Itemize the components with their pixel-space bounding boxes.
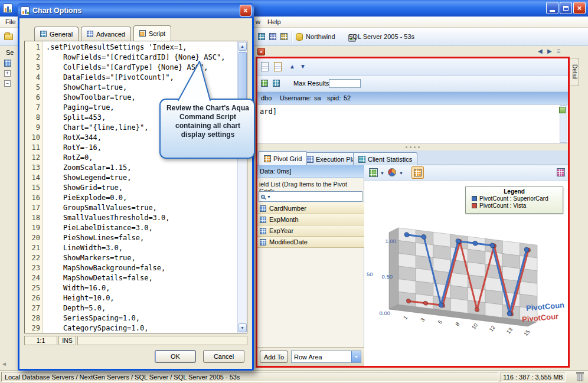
table-data-icon[interactable]: [280, 33, 288, 40]
callout-text: Review the Chart's Aqua Command Script c…: [164, 104, 251, 139]
code-line: MapShowDetails=false,: [46, 273, 237, 283]
open-file-icon[interactable]: [4, 34, 13, 40]
scroll-up-icon[interactable]: ▲: [239, 42, 247, 51]
callout-bubble: Review the Chart's Aqua Command Script c…: [158, 58, 257, 162]
chart-type-dropdown-icon[interactable]: ▼: [399, 171, 403, 175]
nav-back-icon[interactable]: ◀: [538, 48, 543, 54]
tab-general[interactable]: General: [34, 27, 79, 41]
form-view-icon[interactable]: [269, 33, 276, 40]
add-to-button[interactable]: Add To: [260, 351, 288, 363]
describe-icon[interactable]: [261, 62, 269, 71]
username-label: Username:: [280, 94, 312, 102]
query-toolbar-row2: Max Results:: [257, 76, 568, 92]
panel-collapse-arrow-icon[interactable]: ◄: [1, 361, 7, 367]
minimize-button[interactable]: [546, 2, 558, 14]
max-results-label: Max Results:: [293, 80, 331, 87]
menu-help[interactable]: Help: [267, 18, 281, 25]
pivot-chart-icon: [414, 169, 422, 176]
toolbar-separator: [292, 31, 292, 42]
pivot-grid-icon: [264, 155, 271, 162]
tab-advanced[interactable]: Advanced: [81, 27, 131, 41]
pivot-chart-panel: ▼ ▼ 13581: [364, 165, 568, 366]
search-icon: [261, 195, 265, 199]
tab-list-icon[interactable]: ≡: [557, 47, 560, 54]
sql-text-fragment: ard]: [260, 107, 277, 116]
legend-item: PivotCount : SuperiorCard: [466, 195, 563, 202]
field-search-box[interactable]: ▼: [259, 191, 362, 202]
result-tab-strip: Pivot Grid Execution Plan Client Statist…: [257, 150, 568, 165]
sort-descending-icon[interactable]: ▼: [300, 63, 306, 70]
field-item[interactable]: CardNumber: [257, 203, 364, 214]
y-axis-label: 0.00: [380, 310, 391, 316]
menu-file[interactable]: File: [5, 18, 16, 25]
dialog-close-button[interactable]: ×: [240, 5, 251, 17]
query-tab-close-icon[interactable]: ×: [257, 48, 265, 55]
field-panel-footer: Add To Row Area ▼: [257, 347, 364, 366]
x-axis-label: 8: [454, 321, 460, 327]
statusbar: Local Database Servers / NextGen Servers…: [0, 370, 588, 383]
field-icon: [260, 228, 266, 234]
dropdown-arrow-icon[interactable]: ▼: [351, 351, 361, 362]
query-toolbar-row1: ▲ ▼: [257, 58, 568, 76]
y-axis-label: 1.00: [386, 238, 397, 244]
tab-pivot-grid[interactable]: Pivot Grid: [259, 151, 307, 165]
chart-dialog-icon: [21, 6, 30, 15]
scroll-down-icon[interactable]: ▼: [239, 323, 247, 332]
area-selector[interactable]: Row Area ▼: [291, 351, 361, 363]
code-line: GroupSmallValues=true,: [46, 203, 237, 213]
code-line: .setPivotResultSettings 'Index=1,: [46, 42, 237, 53]
restore-button[interactable]: [560, 2, 572, 14]
edit-results-icon[interactable]: [274, 62, 282, 71]
code-line: Height=10.0,: [46, 293, 237, 303]
pane-splitter[interactable]: [257, 144, 568, 150]
detail-side-tab[interactable]: Detail: [570, 58, 579, 86]
insert-mode: INS: [58, 336, 76, 345]
trash-icon[interactable]: [577, 374, 583, 381]
code-line: PieShowLines=false,: [46, 233, 237, 243]
max-results-input[interactable]: [329, 79, 361, 88]
grid-results-icon[interactable]: [261, 80, 268, 87]
y-axis-label-partial: 50: [367, 271, 373, 277]
pivot-results-icon[interactable]: [273, 80, 280, 87]
field-item[interactable]: ExpMonth: [257, 214, 364, 225]
editor-split-button[interactable]: [559, 107, 566, 113]
code-line: Depth=5.0,: [46, 303, 237, 313]
cancel-button[interactable]: Cancel: [203, 350, 244, 363]
data-status-bar: Data: 0ms]: [257, 165, 364, 178]
code-line: ShowGrid=true,: [46, 183, 237, 193]
query-window: ▲ ▼ Max Results: dbo Username: sa spid: …: [256, 57, 570, 368]
statusbar-stats: 116 : 387 : 3,555 MB: [501, 372, 566, 382]
sort-ascending-icon[interactable]: ▲: [289, 63, 295, 70]
x-axis-label: 12: [488, 325, 496, 333]
export-chart-icon[interactable]: [557, 168, 565, 176]
collapse-node-icon[interactable]: −: [4, 80, 11, 87]
table-view-icon[interactable]: [369, 168, 378, 177]
code-line: CategorySpacing=1.0,: [46, 323, 237, 333]
sql-editor-scrollbar[interactable]: [560, 105, 567, 143]
x-axis-label: 5: [437, 319, 443, 325]
ok-button[interactable]: OK: [155, 350, 196, 363]
general-tab-icon: [40, 31, 47, 37]
nav-forward-icon[interactable]: ▶: [547, 48, 552, 54]
results-grid-icon[interactable]: [258, 33, 265, 40]
close-button[interactable]: ×: [573, 2, 586, 14]
table-view-dropdown-icon[interactable]: ▼: [380, 171, 384, 175]
x-axis-label: 3: [420, 317, 426, 323]
chevron-down-icon[interactable]: ▼: [267, 195, 271, 199]
server-selector[interactable]: SQL Server 2005 - 53s: [348, 33, 414, 40]
caret-position: 1:1: [24, 336, 57, 345]
code-line: ZoomScalar=1.15,: [46, 163, 237, 173]
pivot-chart-mode-button[interactable]: [411, 166, 424, 179]
code-line: PieLabelDistance=3.0,: [46, 223, 237, 233]
tab-client-statistics[interactable]: Client Statistics: [353, 152, 417, 165]
pie-chart-icon[interactable]: [388, 168, 396, 176]
connection-selector[interactable]: Northwind: [306, 33, 335, 40]
menu-window-fragment[interactable]: w: [256, 18, 260, 25]
field-search-input[interactable]: [273, 192, 360, 201]
expand-node-icon[interactable]: +: [4, 70, 11, 77]
field-item[interactable]: ModifiedDate: [257, 237, 364, 248]
sql-editor[interactable]: ard]: [257, 104, 568, 144]
server-tree-icon[interactable]: [4, 60, 11, 67]
field-item[interactable]: ExpYear: [257, 225, 364, 237]
tab-script[interactable]: Script: [133, 25, 171, 41]
